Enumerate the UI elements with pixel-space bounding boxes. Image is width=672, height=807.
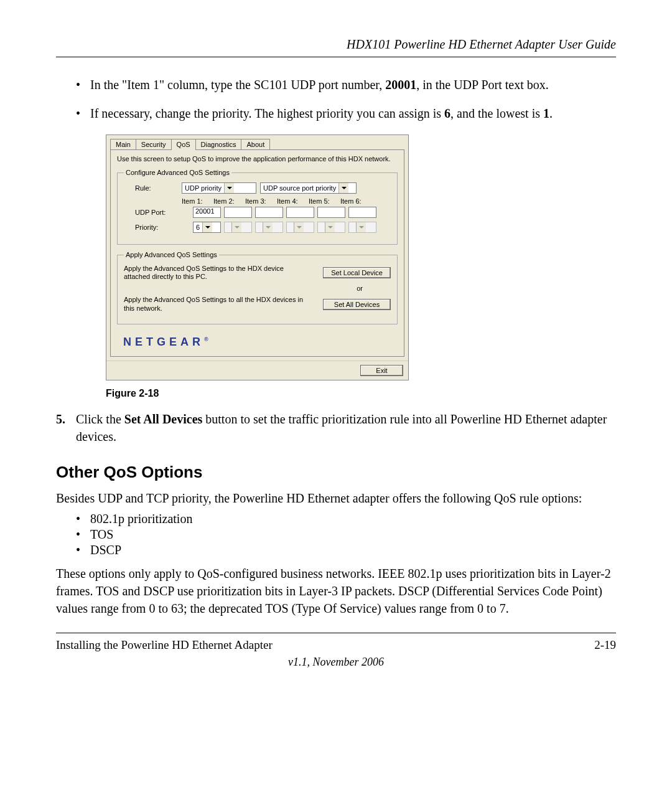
chevron-down-icon xyxy=(356,222,366,232)
text: If necessary, change the priority. The h… xyxy=(90,106,444,120)
exit-button[interactable]: Exit xyxy=(360,365,403,376)
apply-all-text: Apply the Advanced QoS Settings to all t… xyxy=(124,296,304,312)
priority-combo-6 xyxy=(348,222,376,233)
qos-details-paragraph: These options only apply to QoS-configur… xyxy=(56,565,616,617)
set-all-devices-button[interactable]: Set All Devices xyxy=(323,299,391,310)
chevron-down-icon xyxy=(202,222,212,232)
udp-port-input-6[interactable] xyxy=(348,207,376,218)
col-header: Item 6: xyxy=(340,197,365,205)
combo-value: 6 xyxy=(196,224,200,231)
tab-strip: Main Security QoS Diagnostics About xyxy=(106,135,408,149)
priority-combo-3 xyxy=(255,222,283,233)
rule-label: Rule: xyxy=(124,184,182,192)
configure-qos-fieldset: Configure Advanced QoS Settings Rule: UD… xyxy=(117,169,398,245)
text-bold: 6 xyxy=(444,106,450,120)
qos-option-dscp: DSCP xyxy=(56,543,616,557)
udp-port-input-3[interactable] xyxy=(255,207,283,218)
set-local-device-button[interactable]: Set Local Device xyxy=(323,267,391,278)
col-header: Item 2: xyxy=(213,197,238,205)
instruction-bullet-2: If necessary, change the priority. The h… xyxy=(56,105,616,122)
qos-dialog: Main Security QoS Diagnostics About Use … xyxy=(106,134,409,380)
figure-caption: Figure 2-18 xyxy=(106,388,616,399)
other-qos-options-heading: Other QoS Options xyxy=(56,463,616,482)
priority-combo-2 xyxy=(224,222,252,233)
text-bold: 1 xyxy=(543,106,549,120)
step-number: 5. xyxy=(56,410,65,428)
qos-intro-paragraph: Besides UDP and TCP priority, the Powerl… xyxy=(56,489,616,507)
header-rule xyxy=(56,57,616,57)
instruction-bullet-1: In the "Item 1" column, type the SC101 U… xyxy=(56,76,616,93)
chevron-down-icon xyxy=(224,183,234,193)
udp-port-input-1[interactable]: 20001 xyxy=(193,207,221,218)
footer-page-number: 2-19 xyxy=(594,638,616,652)
text: . xyxy=(549,106,553,120)
text-bold: Set All Devices xyxy=(124,412,203,426)
footer-rule xyxy=(56,633,616,633)
col-header: Item 4: xyxy=(277,197,302,205)
apply-local-text: Apply the Advanced QoS Settings to the H… xyxy=(124,265,304,281)
step-5: 5. Click the Set All Devices button to s… xyxy=(56,410,616,445)
combo-value: UDP source port priority xyxy=(263,184,336,192)
footer-version: v1.1, November 2006 xyxy=(56,656,616,669)
priority-label: Priority: xyxy=(124,224,190,231)
tab-main[interactable]: Main xyxy=(110,139,136,149)
combo-value: UDP priority xyxy=(185,184,222,192)
udp-port-input-2[interactable] xyxy=(224,207,252,218)
udp-port-label: UDP Port: xyxy=(124,209,190,216)
col-header: Item 5: xyxy=(309,197,334,205)
text: In the "Item 1" column, type the SC101 U… xyxy=(90,78,385,92)
apply-qos-legend: Apply Advanced QoS Settings xyxy=(124,251,219,258)
text-bold: 20001 xyxy=(385,78,416,92)
qos-option-8021p: 802.1p prioritization xyxy=(56,512,616,526)
tab-diagnostics[interactable]: Diagnostics xyxy=(195,139,242,149)
text: , in the UDP Port text box. xyxy=(416,78,549,92)
tab-about[interactable]: About xyxy=(241,139,270,149)
priority-combo-5 xyxy=(317,222,345,233)
chevron-down-icon xyxy=(263,222,273,232)
tab-qos[interactable]: QoS xyxy=(171,139,196,150)
item-column-headers: Item 1: Item 2: Item 3: Item 4: Item 5: … xyxy=(182,197,391,205)
apply-qos-fieldset: Apply Advanced QoS Settings Apply the Ad… xyxy=(117,251,398,324)
udp-port-input-4[interactable] xyxy=(286,207,314,218)
priority-combo-4 xyxy=(286,222,314,233)
chevron-down-icon xyxy=(294,222,304,232)
configure-qos-legend: Configure Advanced QoS Settings xyxy=(124,169,231,176)
rule-port-combo[interactable]: UDP source port priority xyxy=(260,182,357,194)
priority-combo-1[interactable]: 6 xyxy=(193,222,221,233)
header-guide-title: HDX101 Powerline HD Ethernet Adapter Use… xyxy=(56,37,616,52)
tab-security[interactable]: Security xyxy=(136,139,172,149)
qos-hint-text: Use this screen to setup QoS to improve … xyxy=(117,155,398,163)
text: Click the xyxy=(76,412,124,426)
text: , and the lowest is xyxy=(450,106,543,120)
rule-type-combo[interactable]: UDP priority xyxy=(182,182,256,194)
qos-option-tos: TOS xyxy=(56,527,616,542)
chevron-down-icon xyxy=(338,183,348,193)
col-header: Item 3: xyxy=(245,197,270,205)
col-header: Item 1: xyxy=(182,197,207,205)
chevron-down-icon xyxy=(325,222,335,232)
chevron-down-icon xyxy=(231,222,241,232)
footer-chapter-title: Installing the Powerline HD Ethernet Ada… xyxy=(56,638,273,652)
netgear-logo: NETGEAR® xyxy=(117,331,398,349)
or-text: or xyxy=(124,285,391,292)
udp-port-input-5[interactable] xyxy=(317,207,345,218)
